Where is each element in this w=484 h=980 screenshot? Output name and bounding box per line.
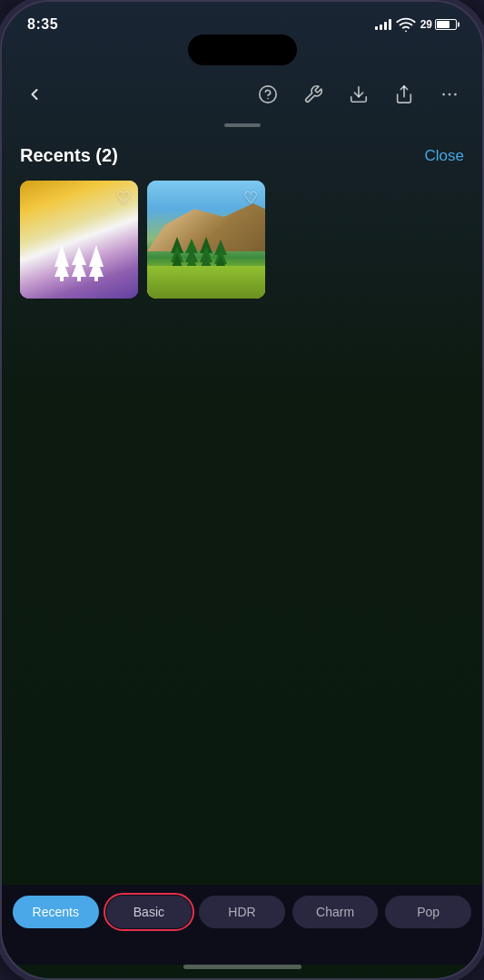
home-indicator [183,965,301,969]
back-icon [25,85,44,103]
svg-point-6 [454,93,457,96]
green-tree-3 [200,237,212,270]
tab-hdr[interactable]: HDR [199,896,285,928]
screen: 8:35 29 [2,2,482,978]
battery-percent: 29 [420,18,432,31]
tools-button[interactable] [299,80,328,109]
heart-icon-1: ♡ [116,188,131,208]
share-icon [394,84,414,104]
toolbar-right-icons [253,80,464,109]
share-button[interactable] [390,80,419,109]
status-bar: 8:35 29 [2,2,482,42]
tab-basic[interactable]: Basic [106,896,193,928]
status-time: 8:35 [27,16,58,33]
svg-point-5 [449,93,451,96]
svg-rect-12 [77,276,81,281]
meadow-layer [147,266,265,299]
recents-title: Recents (2) [20,145,118,166]
green-tree-4 [214,237,227,270]
drag-indicator [224,123,261,127]
main-content: Recents (2) Close [2,116,482,885]
image-item-1[interactable]: ♡ [20,181,138,299]
signal-icon [375,19,391,30]
wifi-icon [396,15,416,34]
svg-rect-15 [94,276,98,281]
trees-layer-1 [54,245,104,281]
close-button[interactable]: Close [425,147,464,165]
tools-icon [303,84,323,104]
svg-point-0 [260,86,276,103]
status-icons: 29 [375,15,457,34]
help-button[interactable] [253,80,282,109]
more-icon [440,84,459,104]
bottom-tabs: Recents Basic HDR Charm Pop [2,885,482,965]
battery-icon [435,19,457,30]
back-button[interactable] [20,80,49,109]
tab-recents[interactable]: Recents [13,896,99,928]
more-button[interactable] [435,80,464,109]
tab-charm[interactable]: Charm [292,896,379,928]
heart-icon-2: ♡ [243,188,258,208]
recents-header: Recents (2) Close [20,145,464,166]
svg-rect-9 [60,276,64,281]
toolbar-left [20,80,49,109]
green-tree-2 [185,237,198,270]
battery-fill [437,21,449,28]
tab-pop[interactable]: Pop [385,896,471,928]
download-icon [349,84,369,104]
phone-frame: 8:35 29 [0,0,484,980]
image-thumb-2: ♡ [147,181,265,299]
tree-svg-3 [89,245,104,281]
green-tree-1 [171,237,183,270]
tree-svg-1 [54,245,69,281]
svg-point-4 [442,93,445,96]
tree-svg-2 [72,245,86,281]
trees-layer-2 [171,237,227,270]
help-icon [258,84,278,104]
download-button[interactable] [344,80,373,109]
image-item-2[interactable]: ♡ [147,181,265,299]
image-grid: ♡ [20,181,464,299]
battery-container: 29 [420,18,457,31]
toolbar [2,73,482,116]
image-thumb-1: ♡ [20,181,138,299]
